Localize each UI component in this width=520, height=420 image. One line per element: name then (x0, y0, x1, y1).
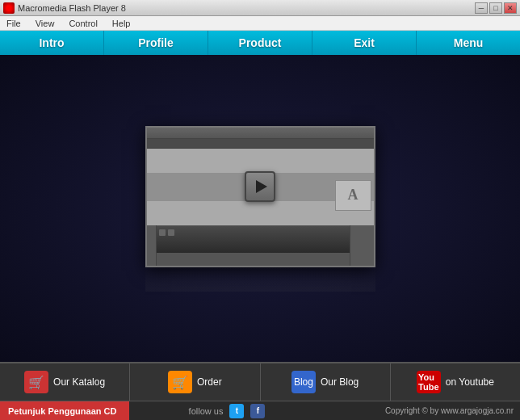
close-button[interactable]: ✕ (504, 2, 517, 14)
vbb-dot-2 (159, 229, 166, 236)
blog-icon: Blog (291, 371, 316, 393)
nav-menu[interactable]: Menu (417, 31, 520, 55)
video-container: A (145, 126, 375, 292)
video-reflection (145, 267, 375, 292)
status-left: Petunjuk Penggunaan CD (0, 401, 129, 420)
menu-view[interactable]: View (32, 18, 58, 29)
status-text: Petunjuk Penggunaan CD (8, 406, 116, 416)
nav-intro[interactable]: Intro (0, 31, 104, 55)
nav-product[interactable]: Product (208, 31, 312, 55)
footer-youtube[interactable]: YouTube on Youtube (391, 363, 520, 401)
follow-text: follow us (189, 406, 224, 416)
catalog-icon: 🛒 (24, 371, 48, 393)
status-bar: Petunjuk Penggunaan CD follow us t f Cop… (0, 401, 520, 420)
youtube-label: on Youtube (446, 376, 494, 388)
window-controls[interactable]: ─ □ ✕ (475, 2, 517, 14)
twitter-icon[interactable]: t (229, 404, 244, 418)
nav-bar: Intro Profile Product Exit Menu (0, 31, 520, 55)
footer-order[interactable]: 🛒 Order (130, 363, 260, 401)
order-label: Order (197, 376, 222, 388)
menu-control[interactable]: Control (65, 18, 100, 29)
youtube-icon: YouTube (417, 371, 441, 393)
video-screen: A (147, 149, 374, 225)
app-icon (3, 2, 15, 14)
order-icon: 🛒 (168, 371, 192, 393)
facebook-icon[interactable]: f (250, 404, 265, 418)
vbb-dot-3 (168, 229, 174, 236)
video-title-bar (147, 128, 374, 139)
copyright-text: Copyright © by www.argajogja.co.nr (385, 406, 514, 415)
blog-label: Our Blog (321, 376, 359, 388)
play-button[interactable] (245, 171, 275, 202)
footer: 🛒 Our Katalog 🛒 Order Blog Our Blog YouT… (0, 362, 520, 401)
footer-catalog[interactable]: 🛒 Our Katalog (0, 363, 130, 401)
video-bottom-bar (147, 225, 374, 240)
catalog-label: Our Katalog (53, 376, 105, 388)
menu-file[interactable]: File (3, 18, 24, 29)
thumbnail-corner: A (335, 180, 371, 211)
menu-help[interactable]: Help (109, 18, 134, 29)
window-title: Macromedia Flash Player 8 (18, 3, 126, 13)
menu-bar: File View Control Help (0, 16, 520, 31)
video-player[interactable]: A (145, 126, 375, 267)
video-screen-top (147, 149, 374, 173)
nav-profile[interactable]: Profile (104, 31, 208, 55)
nav-exit[interactable]: Exit (312, 31, 417, 55)
footer-blog[interactable]: Blog Our Blog (261, 363, 391, 401)
status-right: Copyright © by www.argajogja.co.nr (325, 406, 520, 415)
main-content: A (0, 55, 520, 362)
minimize-button[interactable]: ─ (475, 2, 488, 14)
video-toolbar (147, 139, 374, 149)
maximize-button[interactable]: □ (489, 2, 502, 14)
video-taskbar (147, 240, 374, 253)
title-bar: Macromedia Flash Player 8 ─ □ ✕ (0, 0, 520, 16)
titlebar-left: Macromedia Flash Player 8 (3, 2, 126, 14)
status-mid: follow us t f (129, 404, 325, 418)
